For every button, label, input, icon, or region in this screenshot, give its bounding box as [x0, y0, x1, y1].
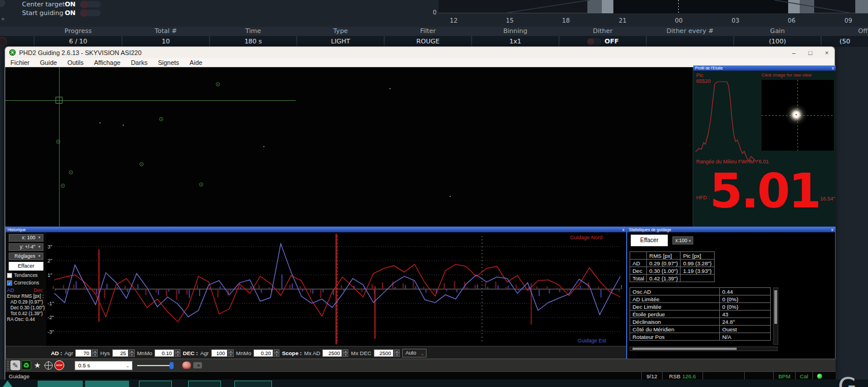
stepper-down-icon[interactable]: ▼ [343, 353, 348, 357]
stepper-value[interactable]: 25 [112, 349, 128, 357]
stepper-value[interactable]: 0.20 [253, 349, 273, 357]
stepper-value[interactable]: 2500 [322, 349, 342, 357]
star-closeup-image[interactable] [762, 80, 834, 151]
taskbar-arrow-icon[interactable] [2, 381, 13, 387]
stats-scale-dropdown[interactable]: x:100▼ [672, 236, 693, 244]
taskbar-window-icon[interactable] [139, 381, 172, 387]
minimize-button[interactable]: – [792, 49, 796, 56]
y-scale-dropdown[interactable]: y: +/-4"▼ [9, 243, 43, 251]
sequence-cell[interactable]: OFF [560, 36, 646, 47]
checkbox-row[interactable]: Tendances [7, 272, 46, 278]
menu-outils[interactable]: Outils [62, 59, 89, 66]
stretch-slider[interactable] [137, 361, 176, 370]
stepper-value[interactable]: 100 [211, 349, 227, 357]
toggle-switch[interactable] [80, 10, 101, 16]
close-icon[interactable]: x [832, 65, 834, 71]
rms-cell [681, 275, 714, 282]
rms-cell: 1.19 (3.93") [681, 267, 714, 275]
chevron-down-icon: ⌄ [421, 350, 424, 357]
auto-select-star-icon[interactable]: ★ [32, 360, 42, 370]
altitude-x-tick: 09 [844, 17, 852, 24]
numeric-stepper[interactable]: 2500▲▼ [374, 349, 400, 357]
stepper-down-icon[interactable]: ▼ [175, 353, 181, 357]
stats-titlebar[interactable]: Statistiques de guidage x [627, 227, 835, 232]
faint-star [263, 146, 264, 147]
checkbox-checked[interactable]: ✓ [7, 280, 12, 286]
sequence-cell[interactable]: LIGHT [297, 36, 384, 47]
numeric-stepper[interactable]: 100▲▼ [211, 349, 234, 357]
numeric-stepper[interactable]: 2500▲▼ [322, 349, 348, 357]
stepper-down-icon[interactable]: ▼ [129, 353, 135, 357]
sequence-cell[interactable]: 10 [123, 36, 209, 47]
info-row: Étoile perdue43 [630, 311, 771, 318]
rms-stat-line: AD 0.29 (0.97") [10, 300, 46, 305]
info-row: AD Limitée0 (0%) [630, 295, 771, 303]
altitude-x-tick: 12 [450, 17, 457, 24]
exposure-dropdown[interactable]: 0.5 s⌄ [75, 361, 133, 370]
stepper-value[interactable]: 0.10 [155, 349, 174, 357]
stats-clear-button[interactable]: Effacer [631, 235, 668, 246]
close-icon[interactable]: x [832, 227, 834, 232]
guide-icon[interactable] [43, 360, 53, 370]
camera-properties-icon[interactable] [193, 362, 202, 368]
stepper-down-icon[interactable]: ▼ [274, 353, 279, 357]
svg-text:Guidage Nord: Guidage Nord [570, 235, 602, 240]
menu-affichage[interactable]: Affichage [89, 59, 126, 66]
stats-horizontal-scrollbar[interactable] [630, 346, 778, 351]
stepper-value[interactable]: 2500 [374, 349, 393, 357]
stepper-down-icon[interactable]: ▼ [92, 353, 98, 357]
stepper-down-icon[interactable]: ▼ [394, 353, 400, 357]
brain-settings-icon[interactable] [182, 362, 191, 369]
stepper-down-icon[interactable]: ▼ [228, 353, 234, 357]
camera-connect-icon[interactable]: ✎ [10, 360, 20, 370]
sequence-cell[interactable]: (100) [734, 36, 821, 47]
star-profile-panel: Profil de l'Etoile x Pic 65520 Click ima… [693, 67, 836, 227]
menu-guide[interactable]: Guide [35, 59, 62, 66]
checkbox-row[interactable]: ✓Corrections [7, 280, 46, 286]
history-titlebar[interactable]: Historique x [6, 227, 626, 232]
raw-view-hint[interactable]: Click image for raw view [762, 72, 811, 78]
menu-signets[interactable]: Signets [153, 59, 185, 66]
menu-aide[interactable]: Aide [185, 59, 208, 66]
info-value: 43 [720, 311, 771, 318]
history-clear-button[interactable]: Effacer [9, 262, 43, 271]
stats-vertical-scrollbar[interactable] [773, 287, 778, 345]
settings-dropdown[interactable]: Réglages▼ [9, 253, 43, 260]
phd2-titlebar[interactable]: PHD2 Guiding 2.6.13 - SKYVISION ASI220 –… [5, 47, 834, 58]
star-profile-titlebar[interactable]: Profil de l'Etoile x [693, 65, 836, 71]
menu-darks[interactable]: Darks [126, 59, 153, 66]
detected-star [61, 184, 65, 188]
sequence-cell[interactable]: (50 [822, 36, 868, 47]
numeric-stepper[interactable]: 25▲▼ [112, 349, 135, 357]
loop-exposures-icon[interactable]: ♻ [21, 360, 31, 370]
column-header: Total # [155, 27, 176, 35]
info-label: Étoile perdue [630, 311, 720, 318]
numeric-stepper[interactable]: 0.10▲▼ [155, 349, 181, 357]
sequence-cell[interactable]: 1x1 [472, 36, 558, 47]
taskbar-button[interactable] [38, 381, 83, 387]
sequence-cell[interactable]: 6 / 10 [35, 36, 122, 47]
sequence-cell[interactable] [647, 36, 733, 47]
screen: Center target ON ≡ Start guiding ON 0 12… [0, 0, 868, 387]
close-icon[interactable]: x [623, 227, 625, 232]
numeric-stepper[interactable]: 70▲▼ [75, 349, 98, 357]
sequence-cell[interactable]: ROUGE [385, 36, 471, 47]
taskbar-button[interactable] [85, 381, 129, 387]
control-field-label: MnMo [236, 350, 251, 356]
dither-toggle[interactable] [587, 38, 602, 45]
checkbox-unchecked[interactable] [7, 273, 12, 278]
sequence-cell[interactable]: 180 s [210, 36, 296, 47]
numeric-stepper[interactable]: 0.20▲▼ [253, 349, 279, 357]
close-button[interactable]: × [825, 49, 829, 56]
taskbar-window-icon[interactable] [188, 381, 221, 387]
stepper-value[interactable]: 70 [75, 349, 91, 357]
x-scale-dropdown[interactable]: x: 100▼ [9, 234, 43, 242]
guide-camera-image[interactable] [5, 67, 693, 227]
maximize-button[interactable]: □ [808, 49, 812, 56]
toggle-switch[interactable] [80, 1, 101, 8]
dec-mode-dropdown[interactable]: Auto⌄ [402, 349, 426, 357]
toggle-label: Center target [22, 1, 65, 8]
taskbar-window-icon[interactable] [234, 381, 272, 387]
stop-icon[interactable]: STOP [54, 360, 64, 370]
menu-fichier[interactable]: Fichier [5, 59, 35, 66]
